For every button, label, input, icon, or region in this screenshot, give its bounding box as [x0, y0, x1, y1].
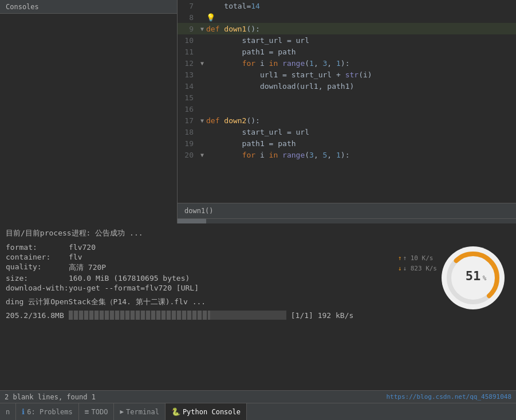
value-quality: 高清 720P [69, 262, 106, 273]
code-row-11: 11 path1 = path [178, 46, 516, 57]
code-row-19: 19 path1 = path [178, 138, 516, 149]
code-row-15: 15 [178, 92, 516, 103]
tab-bar: n ℹ 6: Problems ≡ TODO ▶ Terminal 🐍 Pyth… [0, 403, 516, 420]
fold-20[interactable]: ▼ [198, 152, 206, 158]
value-container: flv [69, 253, 82, 261]
tab-python-console[interactable]: 🐍 Python Console [166, 403, 247, 420]
line-num-13: 13 [178, 70, 198, 79]
breadcrumb-bar: down1() [178, 203, 516, 219]
label-size: size: [6, 274, 69, 282]
label-quality: quality: [6, 262, 69, 273]
download-line: ding 云计算OpenStack全集（P14. 第十二课).flv ... [6, 297, 510, 307]
console-panel: 目前/目前process进程: 公告成功 ... format: flv720 … [0, 223, 516, 372]
info-row-size: size: 160.0 MiB (167810695 bytes) [6, 274, 510, 282]
code-text-9: def down1(): [206, 25, 260, 33]
code-text-10: start_url = url [206, 36, 309, 45]
code-text-13: url1 = start_url + str(i) [206, 70, 372, 79]
line-num-9: 9 [178, 25, 198, 33]
python-console-icon: 🐍 [171, 407, 180, 416]
line-num-15: 15 [178, 93, 198, 102]
info-row-format: format: flv720 [6, 243, 510, 252]
label-container: container: [6, 253, 69, 261]
code-text-14: download(url1, path1) [206, 82, 354, 91]
line-num-8: 8 [178, 13, 198, 22]
line-num-16: 16 [178, 105, 198, 113]
todo-tab-label: TODO [92, 408, 108, 416]
svg-text:51: 51 [466, 269, 481, 283]
code-text-11: path1 = path [206, 48, 296, 56]
code-text-19: path1 = path [206, 139, 296, 148]
fold-17[interactable]: ▼ [198, 117, 206, 124]
breadcrumb-text: down1() [184, 207, 214, 215]
value-format: flv720 [69, 243, 96, 252]
code-row-13: 13 url1 = start_url + str(i) [178, 69, 516, 80]
code-row-8: 8 💡 [178, 11, 516, 23]
line-num-17: 17 [178, 116, 198, 125]
left-panel: Consoles [0, 0, 178, 223]
line-num-18: 18 [178, 128, 198, 136]
problems-icon: ℹ [22, 407, 25, 416]
arrow-down-icon: ↓ [398, 264, 402, 274]
status-text: 2 blank lines, found 1 [5, 393, 96, 401]
network-stats: ↑ ↑ 10 K/s ↓ ↓ 823 K/s [398, 253, 437, 274]
status-link[interactable]: https://blog.csdn.net/qq_45891048 [386, 393, 511, 401]
code-row-17: 17 ▼ def down2(): [178, 115, 516, 126]
svg-text:%: % [483, 274, 487, 282]
code-row-20: 20 ▼ for i in range(3, 5, 1): [178, 149, 516, 160]
console-header-text: 目前/目前process进程: 公告成功 ... [6, 228, 510, 238]
terminal-icon: ▶ [120, 408, 124, 415]
fold-9[interactable]: ▼ [198, 26, 206, 32]
code-editor-panel: 7 total=14 8 💡 9 ▼ def down1(): [178, 0, 516, 223]
progress-bar-container [69, 311, 286, 320]
code-row-9: 9 ▼ def down1(): [178, 23, 516, 34]
meter-svg: 51 % [444, 249, 502, 307]
consoles-header: Consoles [0, 0, 177, 14]
progress-bar-fill [69, 311, 210, 320]
progress-row: 205.2/316.8MB [1/1] 192 kB/s [6, 311, 510, 320]
progress-label: 205.2/316.8MB [6, 311, 64, 320]
status-bar: 2 blank lines, found 1 https://blog.csdn… [0, 390, 516, 403]
code-text-18: start_url = url [206, 128, 309, 136]
code-text-7: total=14 [206, 2, 260, 10]
arrow-up-icon: ↑ [398, 253, 402, 264]
tab-problems[interactable]: ℹ 6: Problems [16, 403, 78, 420]
line-num-11: 11 [178, 48, 198, 56]
line-num-20: 20 [178, 151, 198, 159]
code-scrollbar[interactable] [178, 219, 516, 223]
code-text-20: for i in range(3, 5, 1): [206, 151, 350, 159]
problems-tab-label: 6: Problems [27, 408, 72, 416]
net-down-stat: ↓ ↓ 823 K/s [398, 264, 437, 274]
line-num-19: 19 [178, 139, 198, 148]
code-row-7: 7 total=14 [178, 0, 516, 11]
code-row-16: 16 [178, 103, 516, 115]
python-console-tab-label: Python Console [183, 408, 241, 416]
label-format: format: [6, 243, 69, 252]
code-text-17: def down2(): [206, 116, 260, 125]
code-scrollbar-thumb[interactable] [178, 219, 206, 223]
code-row-10: 10 start_url = url [178, 34, 516, 46]
terminal-tab-label: Terminal [126, 408, 159, 416]
line-num-7: 7 [178, 2, 198, 10]
top-area: Consoles 7 total=14 8 💡 [0, 0, 516, 223]
tab-run[interactable]: n [0, 403, 16, 420]
net-up-value: ↑ 10 K/s [403, 253, 433, 264]
value-download-with: you-get --format=flv720 [URL] [69, 284, 199, 292]
value-size: 160.0 MiB (167810695 bytes) [69, 274, 190, 282]
code-text-12: for i in range(1, 3, 1): [206, 59, 350, 68]
run-tab-label: n [6, 408, 10, 416]
line-num-14: 14 [178, 82, 198, 91]
net-down-value: ↓ 823 K/s [403, 264, 437, 274]
progress-info: [1/1] 192 kB/s [291, 311, 354, 320]
lightbulb-icon[interactable]: 💡 [206, 13, 215, 22]
code-lines: 7 total=14 8 💡 9 ▼ def down1(): [178, 0, 516, 203]
todo-icon: ≡ [85, 407, 89, 416]
tab-terminal[interactable]: ▶ Terminal [114, 403, 165, 420]
label-download-with: download-with: [6, 284, 69, 292]
consoles-label: Consoles [6, 3, 39, 11]
line-num-12: 12 [178, 59, 198, 68]
code-row-18: 18 start_url = url [178, 126, 516, 138]
fold-12[interactable]: ▼ [198, 60, 206, 66]
code-row-14: 14 download(url1, path1) [178, 80, 516, 92]
network-meter-container: 51 % [442, 246, 505, 309]
tab-todo[interactable]: ≡ TODO [79, 403, 115, 420]
